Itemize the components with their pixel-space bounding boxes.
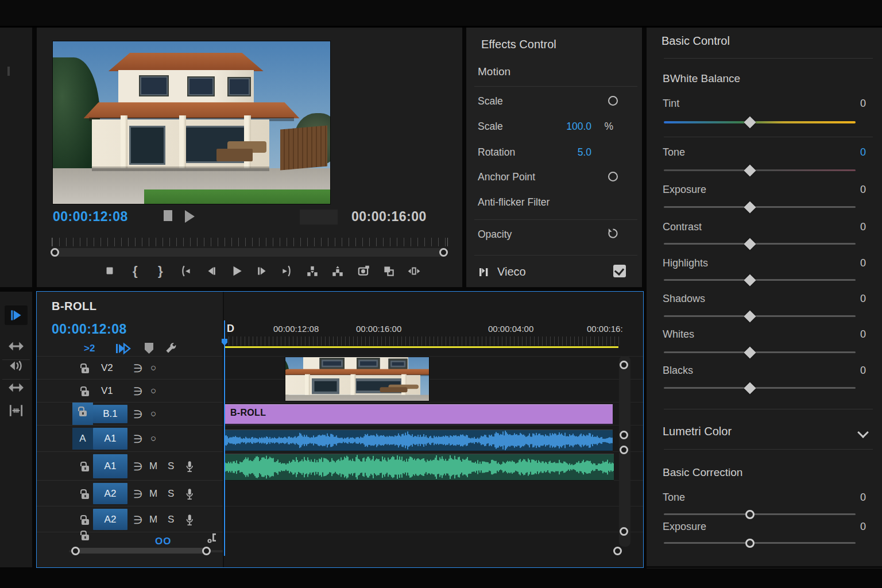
scale-value[interactable]: 100.0: [566, 121, 591, 133]
lumetri-section-header[interactable]: Lumetri Color: [663, 425, 732, 438]
sync-lock-icon[interactable]: ∋: [133, 362, 143, 375]
insert-overlay-label[interactable]: >2: [84, 343, 95, 354]
track-badge[interactable]: B.1: [93, 405, 127, 423]
sync-lock-icon[interactable]: ∋: [133, 385, 143, 398]
antiflicker-row[interactable]: Anti-flicker Filter: [478, 195, 633, 211]
solo-button[interactable]: S: [168, 461, 174, 472]
play-pause-button[interactable]: [228, 262, 245, 280]
source-patch-badge[interactable]: A: [72, 428, 93, 450]
lift-button[interactable]: [304, 262, 321, 280]
blacks-value[interactable]: 0: [860, 365, 866, 377]
track-header-a1-source[interactable]: A A1 ∋ ○: [37, 425, 223, 452]
button-editor-button[interactable]: [405, 262, 423, 280]
mark-in-button[interactable]: {: [126, 262, 144, 280]
step-back-button[interactable]: [203, 262, 220, 280]
play-next-edit-icon[interactable]: [115, 342, 132, 355]
keyframe-toggle-icon[interactable]: [608, 96, 618, 106]
export-frame-button[interactable]: [355, 262, 372, 280]
motion-section-label[interactable]: Motion: [478, 65, 510, 78]
exposure-value[interactable]: 0: [860, 184, 866, 196]
play-button-small[interactable]: [185, 210, 195, 223]
monitor-time-ruler[interactable]: [52, 238, 448, 246]
rotation-row[interactable]: Rotation 5.0: [478, 145, 633, 161]
timeline-settings-wrench-icon[interactable]: [164, 341, 178, 355]
slider-thumb[interactable]: [744, 346, 756, 358]
contrast-value[interactable]: 0: [860, 221, 866, 233]
sync-lock-icon[interactable]: ∋: [133, 432, 143, 446]
keyframe-toggle-icon[interactable]: [608, 172, 618, 181]
track-toggle-icon[interactable]: ○: [150, 408, 156, 420]
tint-slider[interactable]: [664, 121, 856, 123]
slider-thumb[interactable]: [745, 510, 755, 519]
rotation-value[interactable]: 5.0: [578, 146, 591, 158]
playhead-timecode[interactable]: 00:00:12:08: [53, 209, 128, 225]
exposure-slider[interactable]: [664, 206, 856, 208]
time-ruler-ticks[interactable]: [225, 336, 620, 346]
extract-button[interactable]: [329, 262, 346, 280]
mute-button[interactable]: M: [149, 514, 157, 525]
lumetri-exposure-value[interactable]: 0: [860, 521, 866, 533]
contrast-slider[interactable]: [664, 243, 856, 245]
track-toggle-icon[interactable]: ○: [150, 385, 156, 397]
vscroll-handle[interactable]: [620, 431, 628, 439]
blacks-slider[interactable]: [664, 387, 856, 389]
tone-value[interactable]: 0: [860, 146, 866, 158]
ripple-edit-tool[interactable]: [5, 356, 28, 376]
scale-value-row[interactable]: Scale 100.0 %: [478, 119, 633, 136]
track-badge[interactable]: A1: [93, 428, 127, 450]
monitor-zoom-scrollbar[interactable]: [52, 248, 447, 257]
timeline-timecode[interactable]: 00:00:12:08: [52, 322, 127, 337]
video-clip-thumbnail[interactable]: [285, 357, 429, 401]
slip-tool[interactable]: [5, 401, 28, 420]
stop-button[interactable]: [164, 210, 172, 221]
slider-thumb[interactable]: [744, 201, 756, 213]
selection-tool[interactable]: [5, 305, 28, 325]
effect-item-row[interactable]: Vieco: [479, 262, 630, 285]
slider-thumb[interactable]: [744, 238, 756, 250]
timeline-zoom-handle[interactable]: [72, 548, 208, 554]
zoom-handle-left[interactable]: [71, 547, 80, 555]
audio-clip-waveform-green[interactable]: [225, 454, 614, 481]
track-header-a2[interactable]: A2 ∋ M S: [37, 480, 223, 506]
track-header-a1[interactable]: A1 ∋ M S: [37, 451, 223, 481]
track-select-tool[interactable]: [5, 336, 28, 356]
sync-lock-icon[interactable]: ∋: [133, 408, 143, 421]
scale-group-row[interactable]: Scale: [478, 94, 633, 110]
voiceover-record-icon[interactable]: [185, 461, 194, 472]
track-toggle-icon[interactable]: ○: [150, 362, 156, 374]
go-to-in-button[interactable]: [177, 262, 194, 280]
track-badge[interactable]: A1: [93, 454, 127, 478]
track-toggle-icon[interactable]: ○: [150, 433, 156, 444]
solo-button[interactable]: S: [168, 514, 174, 525]
whites-slider[interactable]: [664, 351, 856, 353]
track-header-b1[interactable]: B.1 ∋ ○: [37, 402, 223, 425]
vscroll-handle[interactable]: [620, 446, 628, 454]
playhead[interactable]: [224, 320, 225, 556]
slider-thumb[interactable]: [744, 310, 756, 322]
step-forward-button[interactable]: [253, 262, 270, 280]
track-badge[interactable]: A2: [93, 509, 127, 530]
lumetri-tone-slider[interactable]: [664, 513, 856, 515]
voiceover-record-icon[interactable]: [185, 514, 194, 525]
opacity-row[interactable]: Opacity: [478, 227, 633, 243]
effect-name[interactable]: Vieco: [497, 265, 526, 278]
track-name[interactable]: V2: [101, 362, 113, 374]
audio-clip-waveform-blue[interactable]: [225, 430, 613, 451]
slider-thumb[interactable]: [745, 539, 755, 548]
mute-button[interactable]: M: [149, 488, 157, 500]
comparison-view-button[interactable]: [380, 262, 397, 280]
tint-value[interactable]: 0: [860, 98, 866, 110]
anchor-point-row[interactable]: Anchor Point: [478, 170, 633, 186]
mark-out-button[interactable]: }: [152, 262, 169, 280]
sync-lock-icon[interactable]: ∋: [133, 460, 143, 473]
timeline-track-area[interactable]: D 00:00:12:08 00:00:16:00 00:00:04:00 00…: [223, 292, 643, 567]
sync-lock-icon[interactable]: ∋: [133, 513, 143, 526]
scrollbar-right-handle[interactable]: [439, 248, 448, 257]
lumetri-exposure-slider[interactable]: [664, 542, 856, 544]
stop-transport-button[interactable]: [101, 262, 118, 280]
solo-button[interactable]: S: [168, 488, 174, 500]
slider-thumb[interactable]: [744, 164, 756, 176]
whites-value[interactable]: 0: [860, 328, 866, 341]
marker-icon[interactable]: [145, 343, 153, 354]
broll-clip[interactable]: B-ROLL: [225, 404, 613, 425]
